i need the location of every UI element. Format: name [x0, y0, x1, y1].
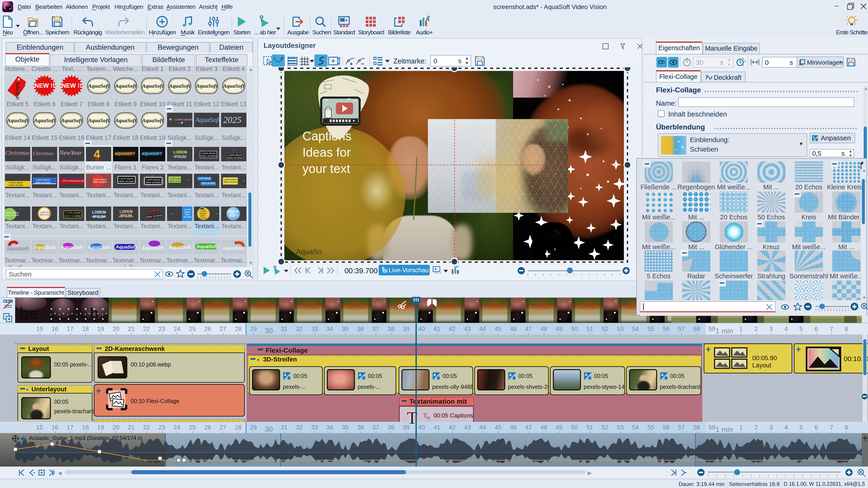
svg-text:AquaSoft: AquaSoft [197, 244, 218, 249]
svg-text:AquaSoft: AquaSoft [169, 245, 191, 250]
svg-text:A: A [585, 373, 587, 377]
svg-text:AquaSoft: AquaSoft [6, 246, 29, 252]
svg-text:AquaSoft: AquaSoft [222, 246, 245, 251]
svg-text:B: B [363, 376, 365, 380]
svg-text:A: A [509, 373, 512, 377]
svg-text:A: A [359, 373, 362, 377]
svg-text:AquaSoft: AquaSoft [142, 246, 164, 251]
svg-text:fx: fx [427, 416, 430, 420]
svg-text:B: B [437, 376, 440, 380]
svg-text:SALE !!: SALE !! [14, 82, 20, 99]
svg-text:B: B [513, 376, 516, 380]
svg-text:B: B [589, 376, 591, 380]
svg-text:A: A [813, 135, 815, 139]
svg-text:A: A [433, 373, 436, 377]
svg-text:B: B [288, 376, 290, 380]
svg-text:AquaSoft: AquaSoft [116, 244, 137, 250]
svg-text:AquaSoft: AquaSoft [34, 245, 56, 250]
svg-text:AquaSoft: AquaSoft [88, 245, 110, 250]
svg-text:B: B [815, 138, 817, 141]
svg-text:AquaSoft: AquaSoft [61, 245, 83, 250]
svg-text:B: B [665, 376, 668, 380]
svg-text:A: A [661, 373, 664, 377]
svg-text:A: A [284, 373, 287, 377]
